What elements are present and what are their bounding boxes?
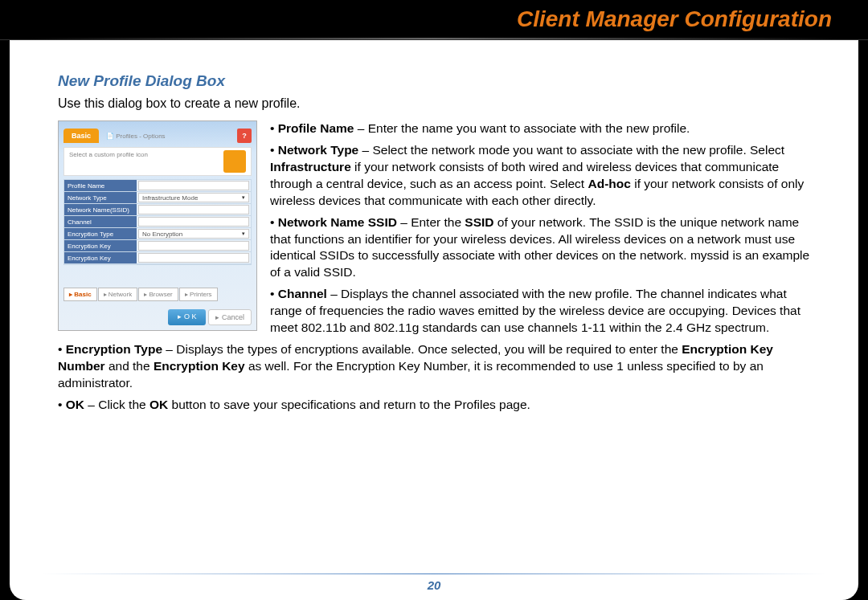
field-label: Encryption Key [64,240,137,251]
ok-button[interactable]: ▸ O K [168,309,206,325]
tab-basic[interactable]: Basic [63,129,99,143]
profile-name-input[interactable] [138,181,249,190]
btab-network[interactable]: ▸ Network [98,288,138,301]
field-label: Network Name(SSID) [64,204,137,215]
profile-icon-thumb[interactable] [223,150,246,173]
dialog-tabbar: Basic 📄 Profiles - Options ? [63,126,252,145]
field-label: Profile Name [64,180,137,191]
dialog-form: Profile Name Network TypeInfrastructure … [63,179,252,265]
footer-divider [42,573,826,574]
dialog-bottom-tabs: ▸ Basic ▸ Network ▸ Browser ▸ Printers [63,288,252,301]
header-title: Client Manager Configuration [517,6,832,32]
ssid-input[interactable] [138,205,249,214]
intro-text: Use this dialog box to create a new prof… [58,96,810,111]
icon-select-label: Select a custom profile icon [69,151,148,158]
cancel-button[interactable]: ▸ Cancel [208,309,252,325]
encryption-key-input[interactable] [138,241,249,251]
btab-printers[interactable]: ▸ Printers [179,288,218,301]
btab-basic[interactable]: ▸ Basic [63,288,97,301]
section-title: New Profile Dialog Box [58,72,810,90]
channel-input[interactable] [138,217,249,227]
dialog-button-row: ▸ O K ▸ Cancel [168,309,252,325]
content-area: New Profile Dialog Box Use this dialog b… [10,40,858,600]
bullet-encryption: • Encryption Type – Displays the types o… [58,341,810,392]
chevron-down-icon: ▾ [240,231,248,237]
tab-profiles-options[interactable]: 📄 Profiles - Options [101,133,235,140]
btab-browser[interactable]: ▸ Browser [138,288,178,301]
network-type-select[interactable]: Infrastructure Mode▾ [138,193,249,202]
field-label: Network Type [64,192,137,203]
help-icon[interactable]: ? [237,129,252,143]
field-label: Encryption Key [64,252,137,263]
icon-select-bar: Select a custom profile icon [63,147,252,176]
dialog-screenshot: Basic 📄 Profiles - Options ? Select a cu… [58,120,257,331]
page-header: Client Manager Configuration [0,0,868,40]
chevron-down-icon: ▾ [240,194,248,201]
encryption-type-select[interactable]: No Encryption▾ [138,229,249,239]
field-label: Channel [64,216,137,227]
bullet-ok: • OK – Click the OK button to save your … [58,397,810,414]
field-label: Encryption Type [64,228,137,239]
header-divider [0,38,868,39]
encryption-key2-input[interactable] [138,253,249,263]
page-number: 20 [428,578,441,592]
